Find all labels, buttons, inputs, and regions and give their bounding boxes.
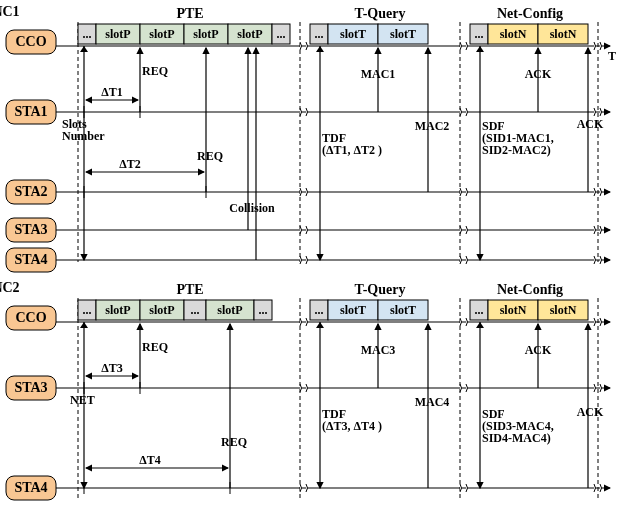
svg-marker-64 (476, 46, 484, 52)
svg-text:T: T (608, 49, 616, 63)
nc1-slots-number-label: SlotsNumber (62, 117, 105, 143)
svg-text:slotN: slotN (500, 27, 527, 41)
svg-text:MAC1: MAC1 (361, 67, 396, 81)
svg-text:slotT: slotT (390, 27, 416, 41)
svg-text:...: ... (315, 303, 324, 317)
svg-marker-122 (316, 322, 324, 328)
nc2-messages: NET ΔT3 REQ ΔT4 REQ TDF(ΔT3, ΔT4 ) MAC3 … (70, 322, 604, 494)
nc1-title: NC1 (0, 4, 20, 19)
svg-text:REQ: REQ (142, 340, 168, 354)
svg-text:ΔT1: ΔT1 (101, 85, 123, 99)
svg-text:SDF(SID3-MAC4,SID4-MAC4): SDF(SID3-MAC4,SID4-MAC4) (482, 407, 554, 445)
svg-text:slotT: slotT (340, 27, 366, 41)
svg-text:slotT: slotT (390, 303, 416, 317)
svg-marker-41 (80, 46, 88, 52)
svg-text:...: ... (191, 303, 200, 317)
svg-text:slotT: slotT (340, 303, 366, 317)
svg-text:STA3: STA3 (14, 222, 47, 237)
nc1-sdf-label: SDF(SID1-MAC1,SID2-MAC2) (482, 119, 554, 157)
svg-text:Collision: Collision (229, 201, 275, 215)
svg-marker-58 (316, 46, 324, 52)
svg-text:NET: NET (70, 393, 95, 407)
svg-text:ACK: ACK (577, 117, 604, 131)
svg-text:ACK: ACK (577, 405, 604, 419)
nc1-netcfg-label: Net-Config (497, 6, 563, 21)
svg-marker-129 (476, 322, 484, 328)
svg-text:ACK: ACK (525, 343, 552, 357)
svg-text:...: ... (475, 27, 484, 41)
nc2-tquery-label: T-Query (355, 282, 406, 297)
svg-text:ΔT2: ΔT2 (119, 157, 141, 171)
svg-text:REQ: REQ (142, 64, 168, 78)
svg-text:slotP: slotP (193, 27, 218, 41)
svg-text:STA3: STA3 (14, 380, 47, 395)
svg-text:CCO: CCO (15, 310, 46, 325)
svg-text:STA4: STA4 (14, 252, 47, 267)
svg-text:...: ... (83, 303, 92, 317)
svg-text:ΔT4: ΔT4 (139, 453, 161, 467)
nc1-slot-row: ... slotP slotP slotP slotP ... ... slot… (78, 24, 588, 44)
svg-text:slotN: slotN (550, 303, 577, 317)
nc1-tdf-label: TDF(ΔT1, ΔT2 ) (322, 131, 382, 157)
svg-marker-107 (80, 322, 88, 328)
svg-text:slotP: slotP (149, 303, 174, 317)
nc2-nodes: CCO STA3 STA4 (6, 306, 56, 500)
nc2-netcfg-label: Net-Config (497, 282, 563, 297)
svg-text:ΔT3: ΔT3 (101, 361, 123, 375)
nc2-title: NC2 (0, 280, 20, 295)
svg-text:STA4: STA4 (14, 480, 47, 495)
svg-text:slotN: slotN (500, 303, 527, 317)
svg-text:CCO: CCO (15, 34, 46, 49)
nc2-slot-row: ... slotP slotP ... slotP ... ... slotT … (78, 300, 588, 320)
svg-text:TDF(ΔT3, ΔT4 ): TDF(ΔT3, ΔT4 ) (322, 407, 382, 433)
nc1-messages: SlotsNumber ΔT1 REQ ΔT2 REQ Collision TD… (62, 46, 604, 260)
svg-text:...: ... (315, 27, 324, 41)
svg-text:slotP: slotP (217, 303, 242, 317)
svg-text:REQ: REQ (221, 435, 247, 449)
svg-text:slotP: slotP (237, 27, 262, 41)
svg-text:MAC4: MAC4 (415, 395, 450, 409)
svg-text:...: ... (277, 27, 286, 41)
svg-text:slotN: slotN (550, 27, 577, 41)
svg-text:ACK: ACK (525, 67, 552, 81)
nc1-tquery-label: T-Query (355, 6, 406, 21)
nc2-breaks (300, 318, 602, 492)
svg-text:slotP: slotP (149, 27, 174, 41)
svg-text:MAC2: MAC2 (415, 119, 450, 133)
svg-text:MAC3: MAC3 (361, 343, 396, 357)
svg-text:...: ... (475, 303, 484, 317)
svg-text:REQ: REQ (197, 149, 223, 163)
svg-text:STA1: STA1 (14, 104, 47, 119)
nc2-pte-label: PTE (176, 282, 203, 297)
svg-text:slotP: slotP (105, 303, 130, 317)
svg-text:...: ... (83, 27, 92, 41)
svg-text:...: ... (259, 303, 268, 317)
svg-text:slotP: slotP (105, 27, 130, 41)
svg-text:STA2: STA2 (14, 184, 47, 199)
nc1-nodes: CCO STA1 STA2 STA3 STA4 (6, 30, 56, 272)
nc1-pte-label: PTE (176, 6, 203, 21)
